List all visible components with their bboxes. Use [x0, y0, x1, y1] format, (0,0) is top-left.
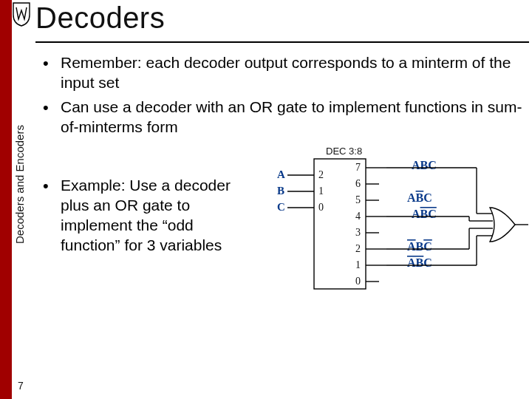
term-2: ABC: [407, 240, 432, 253]
input-A: A 2: [277, 168, 324, 180]
bullet-list: Remember: each decoder output correspond…: [43, 53, 523, 137]
input-C: C 0: [277, 201, 324, 213]
bullet-item: Can use a decoder with an OR gate to imp…: [43, 98, 523, 137]
title-rule: [35, 41, 529, 43]
svg-text:7: 7: [355, 162, 361, 173]
input-B: B 1: [277, 185, 324, 197]
svg-text:2: 2: [318, 169, 324, 180]
svg-text:1: 1: [318, 185, 324, 197]
block-label: DEC 3:8: [326, 146, 362, 157]
bullet-item: Example: Use a decoder plus an OR gate t…: [43, 176, 250, 256]
svg-text:B: B: [277, 185, 284, 197]
term-1: ABC: [407, 256, 432, 269]
svg-text:2: 2: [355, 243, 361, 254]
page-number: 7: [13, 380, 28, 392]
page-title: Decoders: [35, 1, 165, 35]
svg-text:3: 3: [355, 227, 361, 238]
or-wires: [386, 168, 493, 265]
svg-text:4: 4: [355, 211, 361, 222]
bullet-item: Remember: each decoder output correspond…: [43, 53, 523, 93]
main-content: Remember: each decoder output correspond…: [43, 53, 523, 142]
chapter-label: Decoders and Encoders: [13, 125, 26, 244]
or-gate-icon: [490, 208, 528, 242]
svg-text:0: 0: [355, 276, 361, 287]
svg-text:C: C: [277, 201, 285, 213]
svg-text:0: 0: [318, 202, 324, 213]
decoder-diagram: DEC 3:8 A 2 B 1 C 0 7 6 5 4 3: [255, 144, 528, 307]
svg-text:5: 5: [355, 194, 361, 205]
accent-band: [0, 0, 12, 399]
svg-text:1: 1: [355, 259, 361, 270]
term-4: ABC: [412, 208, 437, 220]
term-7: ABC: [412, 159, 437, 171]
term-5: ABC: [407, 191, 432, 204]
svg-text:A: A: [277, 168, 285, 180]
crest-icon: [12, 1, 31, 27]
svg-text:6: 6: [355, 178, 361, 189]
